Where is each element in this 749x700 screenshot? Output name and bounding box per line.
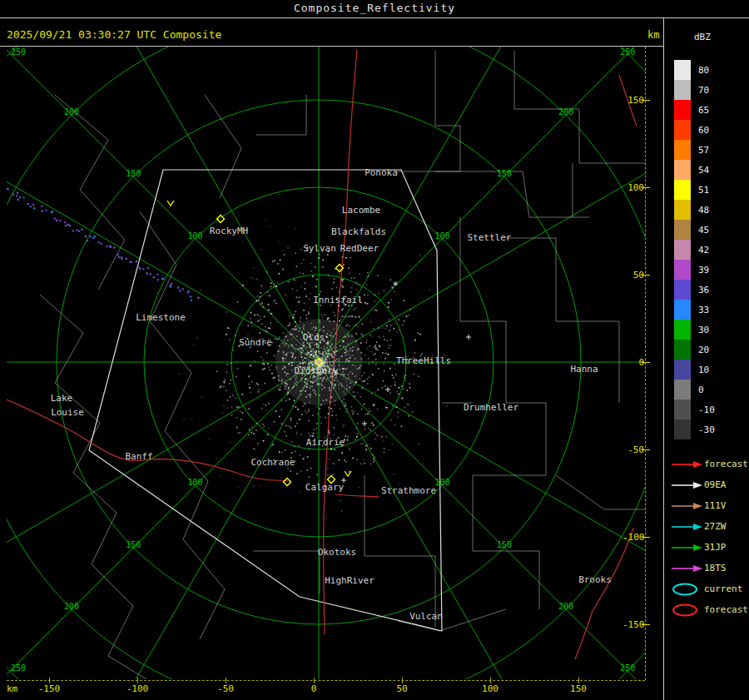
echo-dot	[300, 434, 302, 435]
echo-dot	[305, 288, 306, 290]
echo-dot	[355, 375, 356, 377]
bottom-axis-label: -50	[209, 683, 242, 694]
echo-dot	[235, 335, 236, 336]
asterisk-marker: *	[392, 280, 398, 291]
city-label: Didsbury	[295, 365, 339, 376]
echo-dot	[429, 290, 431, 291]
echo-dot	[328, 407, 330, 409]
echo-dot	[375, 364, 377, 365]
echo-dot	[311, 323, 313, 325]
title-bar: Composite_Reflectivity	[0, 0, 749, 18]
echo-dot	[346, 389, 348, 390]
county-boundary	[395, 51, 460, 171]
echo-dot	[279, 451, 280, 453]
echo-dot	[375, 359, 377, 360]
bottom-axis-label: 0	[297, 683, 330, 694]
echo-dot	[312, 415, 314, 416]
echo-dot	[343, 374, 345, 375]
echo-dot	[292, 353, 294, 355]
echo-dot	[302, 405, 304, 407]
chaff-dot	[109, 245, 111, 246]
bottom-axis-label: 150	[562, 683, 595, 694]
echo-dot	[257, 384, 259, 385]
echo-dot	[248, 375, 250, 377]
echo-dot	[309, 344, 310, 345]
echo-dot	[285, 343, 287, 345]
echo-dot	[271, 313, 273, 315]
echo-dot	[341, 256, 343, 258]
echo-dot	[300, 470, 302, 472]
echo-dot	[288, 387, 290, 389]
echo-dot	[320, 291, 322, 293]
echo-dot	[327, 474, 329, 476]
echo-dot	[315, 354, 317, 355]
echo-dot	[273, 285, 275, 287]
echo-dot	[257, 314, 259, 315]
echo-dot	[380, 356, 382, 358]
echo-dot	[331, 344, 333, 345]
bottom-axis-tick	[314, 678, 315, 683]
timestamp-label: 2025/09/21 03:30:27 UTC Composite	[7, 28, 221, 41]
echo-dot	[355, 365, 356, 367]
chaff-dot	[7, 188, 9, 190]
echo-dot	[289, 325, 290, 326]
echo-dot	[311, 385, 313, 387]
echo-dot	[231, 407, 233, 409]
echo-dot	[369, 345, 370, 347]
echo-dot	[292, 345, 294, 347]
echo-dot	[362, 444, 364, 445]
ring-distance-label: 150	[497, 540, 512, 549]
echo-dot	[282, 359, 284, 360]
echo-dot	[330, 381, 332, 383]
echo-dot	[289, 399, 290, 400]
echo-dot	[229, 339, 231, 340]
echo-dot	[270, 226, 271, 227]
echo-dot	[289, 315, 290, 317]
county-boundary	[460, 217, 546, 403]
chaff-dot	[67, 224, 69, 226]
echo-dot	[303, 310, 305, 311]
echo-dot	[346, 368, 348, 370]
echo-dot	[252, 325, 254, 327]
echo-dot	[306, 354, 308, 355]
echo-dot	[346, 346, 348, 348]
echo-dot	[374, 294, 376, 295]
echo-dot	[325, 343, 327, 345]
echo-dot	[281, 380, 283, 382]
echo-dot	[409, 309, 411, 310]
echo-dot	[285, 358, 286, 360]
echo-dot	[339, 310, 340, 312]
echo-dot	[365, 449, 367, 450]
echo-dot	[342, 286, 344, 288]
dot-marker	[356, 436, 358, 438]
echo-dot	[361, 375, 363, 377]
chaff-dot	[17, 192, 18, 194]
city-label: Olds	[303, 332, 325, 343]
echo-dot	[241, 394, 243, 395]
echo-dot	[286, 384, 288, 385]
echo-dot	[331, 379, 333, 380]
echo-dot	[361, 409, 363, 410]
echo-dot	[374, 353, 376, 355]
echo-dot	[291, 365, 293, 366]
echo-dot	[256, 300, 258, 302]
echo-dot	[336, 325, 338, 326]
echo-dot	[275, 338, 276, 340]
echo-dot	[364, 404, 365, 405]
city-label: Blackfalds	[331, 226, 386, 237]
echo-dot	[284, 431, 285, 433]
echo-dot	[335, 360, 336, 362]
echo-dot	[366, 284, 368, 285]
echo-dot	[334, 427, 335, 429]
echo-dot	[320, 384, 322, 385]
echo-dot	[404, 377, 406, 379]
ring-distance-label: 200	[64, 602, 79, 611]
echo-dot	[367, 295, 369, 296]
echo-dot	[223, 405, 225, 407]
echo-dot	[307, 469, 309, 471]
colorbar-value: 65	[698, 105, 725, 116]
chaff-dot	[137, 266, 139, 268]
echo-dot	[398, 393, 399, 395]
echo-dot	[377, 390, 379, 391]
echo-dot	[280, 390, 281, 391]
